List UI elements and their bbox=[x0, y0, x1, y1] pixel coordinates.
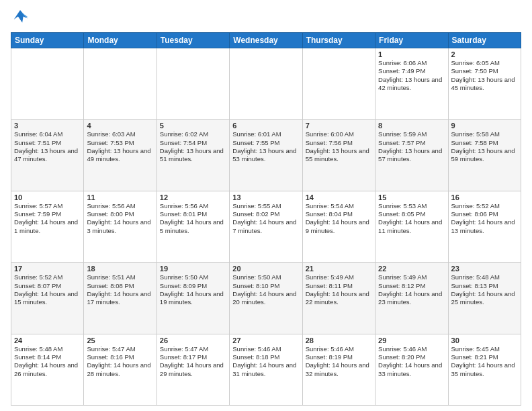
day-number: 14 bbox=[306, 193, 372, 201]
weekday-header-row: SundayMondayTuesdayWednesdayThursdayFrid… bbox=[11, 33, 521, 48]
day-info: Sunset: 8:14 PM bbox=[14, 353, 81, 361]
day-info: Sunrise: 5:46 AM bbox=[306, 345, 372, 353]
calendar-cell: 23Sunrise: 5:48 AMSunset: 8:13 PMDayligh… bbox=[448, 263, 521, 334]
day-number: 30 bbox=[451, 336, 518, 345]
day-number: 16 bbox=[451, 193, 518, 201]
day-number: 6 bbox=[232, 122, 299, 130]
header bbox=[11, 8, 521, 27]
day-info: Sunset: 8:10 PM bbox=[232, 282, 299, 290]
day-number: 7 bbox=[306, 122, 372, 130]
calendar-cell: 12Sunrise: 5:56 AMSunset: 8:01 PMDayligh… bbox=[157, 191, 229, 262]
day-info: Sunset: 8:21 PM bbox=[451, 353, 518, 361]
day-info: Daylight: 14 hours and 9 minutes. bbox=[306, 218, 372, 235]
day-info: Sunset: 7:56 PM bbox=[306, 139, 372, 147]
calendar-cell: 4Sunrise: 6:03 AMSunset: 7:53 PMDaylight… bbox=[84, 120, 157, 191]
calendar-cell bbox=[84, 48, 157, 120]
day-info: Daylight: 14 hours and 32 minutes. bbox=[306, 361, 372, 378]
week-row-2: 3Sunrise: 6:04 AMSunset: 7:51 PMDaylight… bbox=[11, 120, 521, 191]
day-info: Sunrise: 5:48 AM bbox=[451, 273, 518, 281]
day-info: Sunset: 7:53 PM bbox=[87, 139, 153, 147]
calendar-cell: 21Sunrise: 5:49 AMSunset: 8:11 PMDayligh… bbox=[302, 263, 375, 334]
calendar-cell: 18Sunrise: 5:51 AMSunset: 8:08 PMDayligh… bbox=[84, 263, 157, 334]
day-number: 5 bbox=[160, 122, 226, 130]
day-info: Daylight: 13 hours and 42 minutes. bbox=[378, 76, 445, 93]
day-number: 8 bbox=[378, 122, 445, 130]
day-info: Sunset: 8:09 PM bbox=[160, 282, 226, 290]
day-info: Sunset: 8:19 PM bbox=[306, 353, 372, 361]
calendar-cell: 24Sunrise: 5:48 AMSunset: 8:14 PMDayligh… bbox=[11, 334, 84, 405]
calendar-cell: 27Sunrise: 5:46 AMSunset: 8:18 PMDayligh… bbox=[230, 334, 302, 405]
day-info: Daylight: 14 hours and 26 minutes. bbox=[14, 361, 81, 378]
day-info: Sunrise: 5:45 AM bbox=[451, 345, 518, 353]
calendar-cell: 15Sunrise: 5:53 AMSunset: 8:05 PMDayligh… bbox=[375, 191, 448, 262]
day-info: Daylight: 13 hours and 47 minutes. bbox=[14, 147, 81, 164]
day-info: Sunrise: 5:52 AM bbox=[451, 202, 518, 210]
day-info: Sunrise: 5:56 AM bbox=[160, 202, 226, 210]
day-info: Sunset: 8:06 PM bbox=[451, 210, 518, 218]
day-number: 4 bbox=[87, 122, 153, 130]
day-number: 22 bbox=[378, 265, 445, 273]
day-info: Sunset: 7:50 PM bbox=[451, 67, 518, 75]
day-info: Daylight: 14 hours and 19 minutes. bbox=[160, 290, 226, 307]
day-info: Sunset: 8:13 PM bbox=[451, 282, 518, 290]
calendar-cell: 26Sunrise: 5:47 AMSunset: 8:17 PMDayligh… bbox=[157, 334, 229, 405]
week-row-4: 17Sunrise: 5:52 AMSunset: 8:07 PMDayligh… bbox=[11, 263, 521, 334]
calendar-cell: 30Sunrise: 5:45 AMSunset: 8:21 PMDayligh… bbox=[448, 334, 521, 405]
day-info: Daylight: 14 hours and 29 minutes. bbox=[160, 361, 226, 378]
day-info: Sunset: 7:57 PM bbox=[378, 139, 445, 147]
day-info: Sunrise: 5:50 AM bbox=[232, 273, 299, 281]
day-info: Daylight: 14 hours and 3 minutes. bbox=[87, 218, 153, 235]
day-number: 2 bbox=[451, 50, 518, 58]
calendar-cell: 2Sunrise: 6:05 AMSunset: 7:50 PMDaylight… bbox=[448, 48, 521, 120]
day-info: Sunrise: 5:53 AM bbox=[378, 202, 445, 210]
day-info: Sunrise: 5:46 AM bbox=[232, 345, 299, 353]
day-number: 13 bbox=[232, 193, 299, 201]
day-info: Daylight: 14 hours and 1 minute. bbox=[14, 218, 81, 235]
day-info: Sunset: 8:17 PM bbox=[160, 353, 226, 361]
day-info: Sunset: 7:51 PM bbox=[14, 139, 81, 147]
calendar-cell: 19Sunrise: 5:50 AMSunset: 8:09 PMDayligh… bbox=[157, 263, 229, 334]
calendar-cell: 13Sunrise: 5:55 AMSunset: 8:02 PMDayligh… bbox=[230, 191, 302, 262]
day-info: Sunset: 8:05 PM bbox=[378, 210, 445, 218]
day-info: Daylight: 14 hours and 35 minutes. bbox=[451, 361, 518, 378]
day-info: Sunset: 8:16 PM bbox=[87, 353, 153, 361]
calendar-cell: 28Sunrise: 5:46 AMSunset: 8:19 PMDayligh… bbox=[302, 334, 375, 405]
day-info: Sunset: 8:07 PM bbox=[14, 282, 81, 290]
calendar-cell: 20Sunrise: 5:50 AMSunset: 8:10 PMDayligh… bbox=[230, 263, 302, 334]
calendar-cell: 25Sunrise: 5:47 AMSunset: 8:16 PMDayligh… bbox=[84, 334, 157, 405]
day-info: Daylight: 14 hours and 25 minutes. bbox=[451, 290, 518, 307]
day-info: Sunset: 8:11 PM bbox=[306, 282, 372, 290]
calendar-cell: 29Sunrise: 5:46 AMSunset: 8:20 PMDayligh… bbox=[375, 334, 448, 405]
weekday-header-monday: Monday bbox=[84, 33, 157, 48]
day-info: Sunrise: 5:55 AM bbox=[232, 202, 299, 210]
day-info: Sunrise: 6:05 AM bbox=[451, 59, 518, 67]
calendar-cell: 9Sunrise: 5:58 AMSunset: 7:58 PMDaylight… bbox=[448, 120, 521, 191]
day-info: Sunrise: 6:01 AM bbox=[232, 130, 299, 138]
calendar-cell: 7Sunrise: 6:00 AMSunset: 7:56 PMDaylight… bbox=[302, 120, 375, 191]
calendar-cell: 5Sunrise: 6:02 AMSunset: 7:54 PMDaylight… bbox=[157, 120, 229, 191]
day-info: Sunrise: 5:50 AM bbox=[160, 273, 226, 281]
day-number: 15 bbox=[378, 193, 445, 201]
weekday-header-friday: Friday bbox=[375, 33, 448, 48]
day-info: Sunrise: 5:58 AM bbox=[451, 130, 518, 138]
day-info: Sunset: 8:12 PM bbox=[378, 282, 445, 290]
calendar-cell bbox=[230, 48, 302, 120]
day-number: 3 bbox=[14, 122, 81, 130]
day-number: 18 bbox=[87, 265, 153, 273]
day-info: Daylight: 14 hours and 33 minutes. bbox=[378, 361, 445, 378]
day-info: Daylight: 14 hours and 13 minutes. bbox=[451, 218, 518, 235]
day-number: 24 bbox=[14, 336, 81, 345]
day-info: Sunrise: 5:49 AM bbox=[378, 273, 445, 281]
day-info: Sunrise: 5:48 AM bbox=[14, 345, 81, 353]
day-number: 17 bbox=[14, 265, 81, 273]
day-info: Sunrise: 6:04 AM bbox=[14, 130, 81, 138]
day-info: Daylight: 14 hours and 17 minutes. bbox=[87, 290, 153, 307]
page: SundayMondayTuesdayWednesdayThursdayFrid… bbox=[0, 0, 532, 411]
day-info: Daylight: 13 hours and 55 minutes. bbox=[306, 147, 372, 164]
calendar-cell: 6Sunrise: 6:01 AMSunset: 7:55 PMDaylight… bbox=[230, 120, 302, 191]
day-number: 12 bbox=[160, 193, 226, 201]
day-info: Daylight: 14 hours and 11 minutes. bbox=[378, 218, 445, 235]
day-info: Sunrise: 5:57 AM bbox=[14, 202, 81, 210]
day-info: Sunrise: 6:06 AM bbox=[378, 59, 445, 67]
day-info: Sunset: 8:00 PM bbox=[87, 210, 153, 218]
